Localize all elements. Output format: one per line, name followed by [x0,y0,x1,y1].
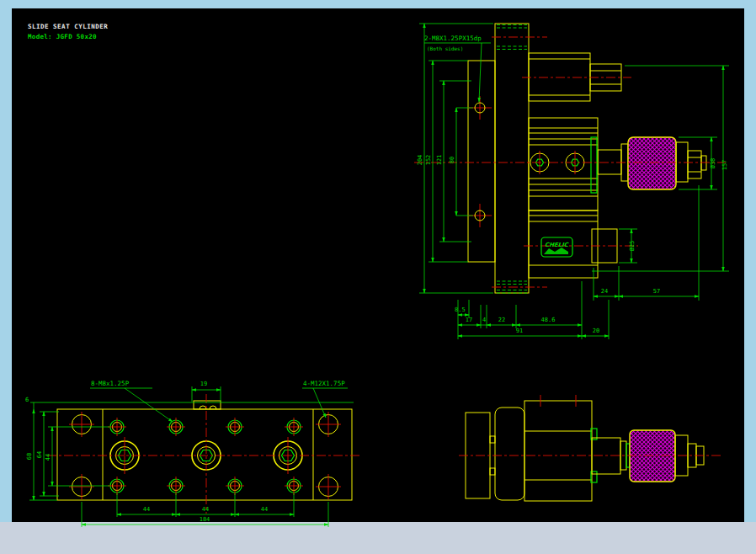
callout-4-m12: 4-M12X1.75P [303,380,345,387]
drawing-title: SLIDE SEAT CYLINDER [28,23,108,30]
dim-44-a: 44 [143,506,150,513]
dim-44-vertical: 44 [45,454,51,461]
callout-8-m8: 8-M8x1.25P [91,380,130,387]
dim-91: 91 [516,328,523,334]
dim-152: 152 [425,155,432,166]
dim-44-c: 44 [261,506,268,513]
dim-20: 20 [593,328,599,334]
adjuster-knob-knurled [628,137,676,189]
cad-window: SLIDE SEAT CYLINDER Model: JGFD 50x20 [0,0,756,554]
dim-24: 24 [601,288,608,295]
thread-callout: 2-M8X1.25PX15dp [424,35,482,42]
drawing-model: Model: JGFD 50x20 [28,33,97,40]
dim-22: 22 [498,317,505,323]
dim-dia38: Ø38 [710,158,716,169]
logo-text: CHELIC [545,242,569,248]
thread-callout-note: (Both sides) [427,45,463,51]
adjuster-knob-elev [630,430,675,482]
dim-17: 17 [466,317,472,323]
dim-44-b: 44 [202,506,209,513]
dim-121: 121 [436,155,443,166]
dim-48-6: 48.6 [541,317,556,323]
dim-6: 6 [25,397,29,403]
dim-19: 19 [200,381,207,387]
dim-4: 4 [482,317,486,323]
dim-157: 157 [721,160,728,171]
dim-80: 80 [449,157,455,163]
dim-184: 184 [200,516,210,523]
dim-64: 64 [36,451,43,458]
drawing-sheet: SLIDE SEAT CYLINDER Model: JGFD 50x20 [0,0,756,554]
dim-204: 204 [417,155,423,166]
dim-8-5: 8.5 [455,306,466,313]
dim-dia25: Ø25 [629,241,636,252]
bottom-strip [0,522,756,554]
dim-57: 57 [653,288,660,295]
dim-68: 68 [26,453,33,460]
